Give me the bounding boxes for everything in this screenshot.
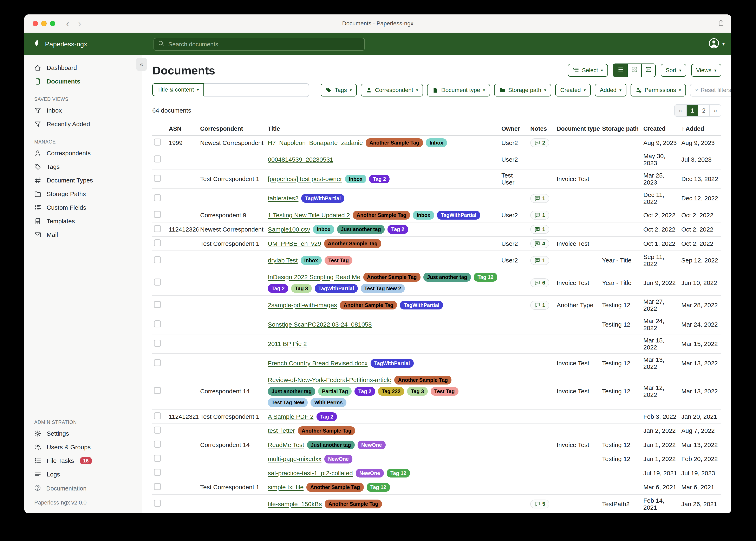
correspondent-link[interactable]: Test Correspondent 1 xyxy=(200,240,259,247)
sidebar-item-documents[interactable]: Documents xyxy=(24,75,142,88)
document-link[interactable]: Sonstige ScanPC2022 03-24_081058 xyxy=(268,321,372,328)
tag-badge[interactable]: NewOne xyxy=(358,441,386,449)
correspondent-link[interactable]: Correspondent 14 xyxy=(200,441,250,448)
reset-filters-button[interactable]: × Reset filters xyxy=(690,84,731,97)
search-input[interactable] xyxy=(168,41,360,48)
sidebar-item-recently-added[interactable]: Recently Added xyxy=(24,117,142,131)
tag-badge[interactable]: Partial Tag xyxy=(318,387,352,396)
tag-badge[interactable]: Tag 12 xyxy=(387,469,410,478)
sidebar-item-correspondents[interactable]: Correspondents xyxy=(24,146,142,160)
correspondent-link[interactable]: Correspondent 9 xyxy=(200,212,246,219)
tag-badge[interactable]: Another Sample Tag xyxy=(394,376,451,384)
page-2-button[interactable]: 2 xyxy=(698,105,709,116)
views-button[interactable]: Views▾ xyxy=(691,64,721,77)
document-link[interactable]: multi-page-mixedxx xyxy=(268,455,321,462)
filter-button-correspondent[interactable]: Correspondent▾ xyxy=(361,84,423,97)
tag-badge[interactable]: Test Tag xyxy=(431,387,458,396)
back-icon[interactable]: ‹ xyxy=(66,19,69,28)
filter-button-storage-path[interactable]: Storage path▾ xyxy=(494,84,551,97)
tag-badge[interactable]: Just another tag xyxy=(307,441,354,449)
correspondent-link[interactable]: Newest Correspondent xyxy=(200,226,263,233)
tag-badge[interactable]: Another Sample Tag xyxy=(353,211,410,220)
row-checkbox[interactable] xyxy=(154,320,161,327)
tag-badge[interactable]: Test Tag New xyxy=(268,398,308,407)
tag-badge[interactable]: Another Sample Tag xyxy=(366,138,423,147)
tag-badge[interactable]: Inbox xyxy=(413,211,434,220)
tag-badge[interactable]: NewOne xyxy=(324,455,352,463)
row-checkbox[interactable] xyxy=(154,194,161,201)
sidebar-item-logs[interactable]: Logs xyxy=(24,468,142,481)
tag-badge[interactable]: Just another tag xyxy=(423,273,471,281)
correspondent-link[interactable]: Test Correspondent 1 xyxy=(200,176,259,182)
sidebar-item-tags[interactable]: Tags xyxy=(24,160,142,174)
tag-badge[interactable]: TagWithPartial xyxy=(315,284,358,293)
column-header-notes[interactable]: Notes xyxy=(529,122,555,136)
document-link[interactable]: 2011 BP Pie 2 xyxy=(268,340,307,347)
select-button[interactable]: Select▾ xyxy=(568,64,608,77)
tag-badge[interactable]: Just another tag xyxy=(337,225,385,234)
document-link[interactable]: A Sample PDF 2 xyxy=(268,413,314,420)
tag-badge[interactable]: Tag 2 xyxy=(317,412,337,421)
grid-view-button[interactable] xyxy=(627,64,641,77)
notes-button[interactable]: 2 xyxy=(530,138,549,147)
tag-badge[interactable]: With Perms xyxy=(311,398,346,407)
row-checkbox[interactable] xyxy=(154,455,161,462)
correspondent-link[interactable]: Newest Correspondent xyxy=(200,139,263,146)
row-checkbox[interactable] xyxy=(154,225,161,232)
title-content-input[interactable] xyxy=(204,83,309,97)
tag-badge[interactable]: Tag 2 xyxy=(354,387,375,396)
row-checkbox[interactable] xyxy=(154,412,161,419)
tag-badge[interactable]: Another Sample Tag xyxy=(298,426,355,435)
document-link[interactable]: 0004814539_20230531 xyxy=(268,156,333,163)
notes-button[interactable]: 1 xyxy=(530,301,549,310)
document-link[interactable]: file-sample_150kBs xyxy=(268,501,322,508)
share-icon[interactable] xyxy=(718,19,725,28)
document-link[interactable]: InDesign 2022 Scripting Read Me xyxy=(268,273,360,280)
row-checkbox[interactable] xyxy=(154,469,161,476)
row-checkbox[interactable] xyxy=(154,175,161,182)
notes-button[interactable]: 1 xyxy=(530,194,549,203)
tag-badge[interactable]: NewOne xyxy=(356,469,384,478)
tag-badge[interactable]: Another Sample Tag xyxy=(325,500,382,508)
document-link[interactable]: sat-practice-test-1_pt2-collated xyxy=(268,470,353,477)
row-checkbox[interactable] xyxy=(154,278,161,285)
notes-button[interactable]: 1 xyxy=(530,256,549,265)
row-checkbox[interactable] xyxy=(154,211,161,218)
row-checkbox[interactable] xyxy=(154,427,161,434)
column-header-title[interactable]: Title xyxy=(266,122,500,136)
column-header-asn[interactable]: ASN xyxy=(167,122,198,136)
sidebar-item-documentation[interactable]: Documentation xyxy=(24,481,142,496)
document-link[interactable]: ReadMe Test xyxy=(268,441,304,448)
zoom-window-button[interactable] xyxy=(50,21,55,26)
row-checkbox[interactable] xyxy=(154,500,161,507)
sidebar-item-dashboard[interactable]: Dashboard xyxy=(24,61,142,75)
notes-button[interactable]: 1 xyxy=(530,225,549,234)
column-header-correspondent[interactable]: Correspondent xyxy=(198,122,266,136)
page-next-button[interactable]: » xyxy=(709,105,721,116)
page-prev-button[interactable]: « xyxy=(675,105,686,116)
correspondent-link[interactable]: Test Correspondent 1 xyxy=(200,484,259,490)
document-link[interactable]: 1 Testing New Title Updated 2 xyxy=(268,212,350,219)
tag-badge[interactable]: Test Tag New 2 xyxy=(361,284,405,293)
tag-badge[interactable]: Tag 12 xyxy=(367,483,390,492)
row-checkbox[interactable] xyxy=(154,301,161,308)
tag-badge[interactable]: TagWithPartial xyxy=(437,211,480,220)
tag-badge[interactable]: Another Sample Tag xyxy=(324,239,381,248)
tag-badge[interactable]: Tag 222 xyxy=(378,387,404,396)
tag-badge[interactable]: Inbox xyxy=(313,225,334,234)
tag-badge[interactable]: Another Sample Tag xyxy=(363,273,421,281)
tag-badge[interactable]: Inbox xyxy=(345,175,366,184)
tag-badge[interactable]: TagWithPartial xyxy=(400,301,443,310)
sort-button[interactable]: Sort▾ xyxy=(661,64,686,77)
notes-button[interactable]: 6 xyxy=(530,278,549,287)
sidebar-item-custom-fields[interactable]: Custom Fields xyxy=(24,201,142,215)
tag-badge[interactable]: Another Sample Tag xyxy=(340,301,397,310)
list-view-button[interactable] xyxy=(613,64,627,77)
row-checkbox[interactable] xyxy=(154,387,161,394)
filter-button-permissions[interactable]: Permissions▾ xyxy=(631,84,686,97)
tag-badge[interactable]: Tag 2 xyxy=(369,175,390,184)
row-checkbox[interactable] xyxy=(154,483,161,490)
minimize-window-button[interactable] xyxy=(41,21,47,26)
document-link[interactable]: tablerates2 xyxy=(268,195,298,202)
document-link[interactable]: French Country Bread Revised.docx xyxy=(268,360,368,367)
